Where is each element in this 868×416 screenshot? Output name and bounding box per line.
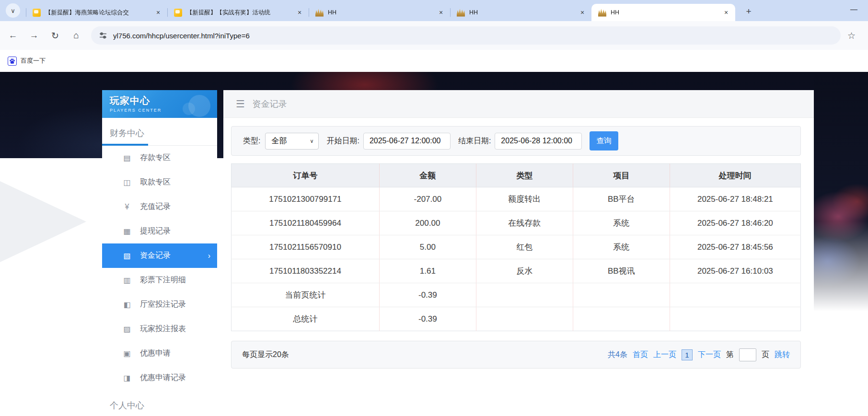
table-cell: BB平台	[573, 187, 670, 211]
lottery-bet-detail-icon: ▥	[122, 276, 132, 285]
browser-tab[interactable]: HH×	[450, 4, 591, 21]
total-count-label: 共4条	[608, 350, 627, 360]
page-title: 资金记录	[253, 98, 287, 110]
column-header: 订单号	[231, 164, 380, 187]
table-cell: 系统	[573, 211, 670, 235]
url-text[interactable]: yl756.com/hhcp/usercenter.html?iniType=6	[113, 32, 250, 40]
table-cell: 5.00	[379, 235, 476, 259]
panel-header: ☰ 资金记录	[223, 90, 814, 118]
promo-apply-record-icon: ◨	[122, 373, 132, 382]
browser-tab[interactable]: HH×	[591, 4, 735, 21]
table-cell: 系统	[573, 235, 670, 259]
tab-title: HH	[328, 9, 437, 16]
fund-record-icon: ▧	[122, 251, 132, 260]
start-date-input[interactable]: 2025-06-27 12:00:00	[363, 133, 451, 150]
gold-burst-icon	[315, 9, 324, 17]
end-date-input[interactable]: 2025-06-28 12:00:00	[495, 133, 582, 150]
next-page-link[interactable]: 下一页	[698, 350, 721, 360]
back-button[interactable]: ←	[5, 27, 21, 44]
search-button[interactable]: 查询	[590, 131, 618, 150]
browser-tab[interactable]: HH×	[309, 4, 450, 21]
screen: ∨ 【新提醒】海燕策略论坛综合交×【新提醒】【实战有奖】活动统×HH×HH×HH…	[0, 0, 868, 416]
sidebar-item-hall-bet-record[interactable]: ◧厅室投注记录	[102, 292, 217, 317]
recharge-record-icon: ¥	[122, 203, 132, 211]
column-header: 处理时间	[670, 164, 800, 187]
new-tab-button[interactable]: +	[742, 5, 755, 18]
table-cell: 在线存款	[476, 211, 573, 235]
table-cell: 2025-06-27 18:48:21	[670, 187, 800, 211]
pagination-bar: 每页显示20条 共4条 首页 上一页 1 下一页 第 页 跳转	[231, 341, 801, 369]
sidebar-item-recharge-record[interactable]: ¥充值记录	[102, 195, 217, 219]
table-cell: 额度转出	[476, 187, 573, 211]
sidebar-item-cashout-record[interactable]: ▦提现记录	[102, 219, 217, 243]
address-bar[interactable]: yl756.com/hhcp/usercenter.html?iniType=6	[91, 26, 841, 45]
tab-close-icon[interactable]: ×	[578, 8, 587, 17]
per-page-label: 每页显示20条	[242, 350, 289, 360]
sidebar-item-deposit[interactable]: ▤存款专区	[102, 146, 217, 170]
current-page-badge[interactable]: 1	[682, 349, 693, 360]
table-row: 17510211565709105.00红包系统2025-06-27 18:45…	[231, 235, 801, 259]
sidebar-item-promo-apply[interactable]: ▣优惠申请	[102, 341, 217, 366]
section-title-finance: 财务中心	[102, 118, 217, 144]
tab-close-icon[interactable]: ×	[154, 8, 162, 17]
bookmarks-bar: 百度一下	[0, 50, 868, 72]
chevron-down-icon: ∨	[310, 138, 313, 144]
table-cell: 2025-06-27 18:45:56	[670, 235, 800, 259]
site-settings-icon[interactable]	[99, 31, 107, 40]
bookmark-baidu[interactable]: 百度一下	[8, 57, 46, 66]
browser-tab[interactable]: 【新提醒】【实战有奖】活动统×	[167, 4, 309, 21]
sidebar-item-promo-apply-record[interactable]: ◨优惠申请记录	[102, 366, 217, 390]
chevron-down-icon: ∨	[11, 7, 15, 14]
prev-page-link[interactable]: 上一页	[653, 350, 676, 360]
hall-bet-record-icon: ◧	[122, 300, 132, 309]
bookmark-star-icon[interactable]: ☆	[847, 30, 856, 41]
table-cell: -207.00	[379, 187, 476, 211]
tab-close-icon[interactable]: ×	[437, 8, 445, 17]
watermark-triangle	[0, 165, 86, 278]
sidebar-item-player-bet-report[interactable]: ▨玩家投注报表	[102, 317, 217, 341]
jump-prefix-label: 第	[726, 350, 734, 360]
gold-burst-icon	[457, 9, 465, 17]
reload-button[interactable]: ↻	[47, 27, 63, 44]
fund-record-panel: ☰ 资金记录 类型: 全部 ∨ 开始日期: 2025-06-27 12:00:0…	[223, 90, 814, 416]
tab-close-icon[interactable]: ×	[295, 8, 304, 17]
tab-search-button[interactable]: ∨	[6, 3, 20, 18]
menu-icon[interactable]: ☰	[236, 98, 245, 110]
table-cell	[573, 283, 670, 307]
start-date-label: 开始日期:	[326, 136, 359, 146]
table-cell: 1751021156570910	[231, 235, 380, 259]
window-minimize-button[interactable]: —	[850, 5, 857, 13]
home-button[interactable]: ⌂	[68, 27, 84, 44]
table-cell: 总统计	[231, 307, 380, 331]
cashout-record-icon: ▦	[122, 227, 132, 236]
chevron-right-icon: ›	[208, 252, 210, 260]
table-cell: 1751021300799171	[231, 187, 380, 211]
first-page-link[interactable]: 首页	[633, 350, 648, 360]
table-cell: 200.00	[379, 211, 476, 235]
pagination-controls: 共4条 首页 上一页 1 下一页 第 页 跳转	[608, 348, 790, 361]
table-cell: -0.39	[379, 283, 476, 307]
type-select[interactable]: 全部 ∨	[265, 133, 319, 150]
table-cell	[670, 307, 800, 331]
tab-close-icon[interactable]: ×	[722, 8, 730, 17]
jump-page-input[interactable]	[739, 348, 756, 361]
column-header: 金额	[379, 164, 476, 187]
sidebar-menu: ▤存款专区◫取款专区¥充值记录▦提现记录▧资金记录›▥彩票下注明细◧厅室投注记录…	[102, 146, 217, 390]
table-cell: BB视讯	[573, 259, 670, 283]
sidebar-item-fund-record[interactable]: ▧资金记录›	[102, 243, 217, 268]
jump-suffix-label: 页	[762, 350, 769, 360]
browser-tab[interactable]: 【新提醒】海燕策略论坛综合交×	[26, 4, 167, 21]
jump-link[interactable]: 跳转	[775, 350, 790, 360]
sidebar-item-label: 充值记录	[140, 202, 171, 212]
sidebar-item-label: 优惠申请记录	[140, 373, 186, 383]
sidebar-item-lottery-bet-detail[interactable]: ▥彩票下注明细	[102, 268, 217, 292]
end-date-label: 结束日期:	[458, 136, 491, 146]
table-cell	[670, 283, 800, 307]
chat-bubble-icon	[33, 9, 41, 17]
sidebar-item-label: 彩票下注明细	[140, 275, 186, 285]
forward-button[interactable]: →	[26, 27, 42, 44]
table-cell: 反水	[476, 259, 573, 283]
type-select-value: 全部	[271, 136, 287, 146]
sidebar-item-withdraw[interactable]: ◫取款专区	[102, 170, 217, 195]
browser-toolbar: ← → ↻ ⌂ yl756.com/hhcp/usercenter.html?i…	[0, 21, 868, 50]
